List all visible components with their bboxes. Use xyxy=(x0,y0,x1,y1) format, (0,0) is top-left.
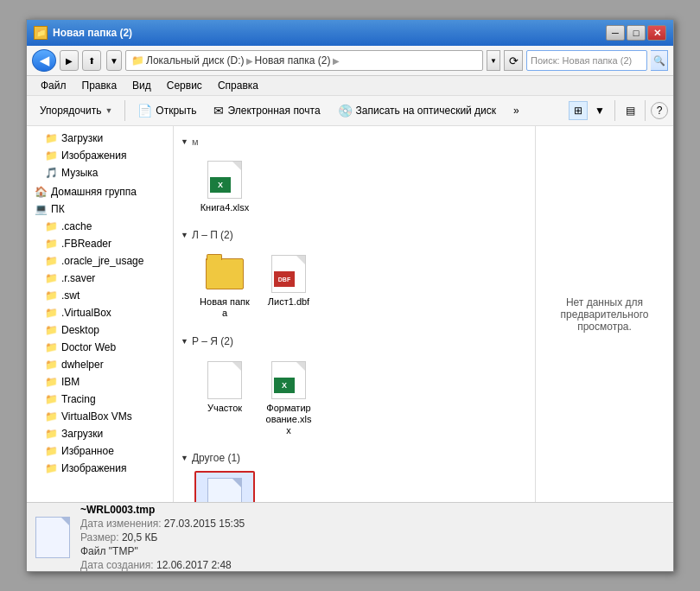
window-icon: 📁 xyxy=(34,26,48,40)
view-details-button[interactable]: ⊞ xyxy=(569,101,588,120)
sidebar-item-muzika[interactable]: 🎵 Музыка xyxy=(27,164,173,181)
menu-service[interactable]: Сервис xyxy=(160,78,209,93)
sidebar-item-virtualbox[interactable]: 📁 .VirtualBox xyxy=(27,304,173,321)
sidebar-item-dwhelper[interactable]: 📁 dwhelper xyxy=(27,356,173,373)
group-label: Л – П (2) xyxy=(192,229,233,241)
group-label: Р – Я (2) xyxy=(192,335,233,347)
sidebar-label: Загрузки xyxy=(61,428,103,440)
file-label: Участок xyxy=(207,403,242,414)
sidebar-label: .r.saver xyxy=(61,272,95,284)
files-grid-rya: Участок X Форматир ование.xlsx xyxy=(181,351,528,449)
folder-icon: 📁 xyxy=(44,271,58,285)
help-button[interactable]: ? xyxy=(651,102,668,119)
back-button[interactable]: ◀ xyxy=(32,49,56,72)
sidebar-item-izbrannoe[interactable]: 📁 Избранное xyxy=(27,442,173,460)
music-icon: 🎵 xyxy=(44,166,58,180)
forward-button[interactable]: ▶ xyxy=(60,50,79,71)
group-label: Другое (1) xyxy=(192,452,240,464)
toolbar: Упорядочить ▼ 📄 Открыть ✉ Электронная по… xyxy=(27,96,673,126)
status-created-row: Дата создания: 12.06.2017 2:48 xyxy=(80,559,245,571)
sidebar-item-tracing[interactable]: 📁 Tracing xyxy=(27,391,173,408)
sidebar-item-desktop[interactable]: 📁 Desktop xyxy=(27,321,173,339)
sidebar-item-doctorweb[interactable]: 📁 Doctor Web xyxy=(27,339,173,356)
file-list1dbf[interactable]: DBF Лист1.dbf xyxy=(258,248,319,324)
up-button[interactable]: ⬆ xyxy=(82,50,101,71)
search-box[interactable]: Поиск: Новая папка (2) xyxy=(526,50,647,71)
file-icon-wrap: DBF xyxy=(268,253,309,295)
sidebar-item-izobrajeniya[interactable]: 📁 Изображения xyxy=(27,460,173,477)
email-icon: ✉ xyxy=(213,104,224,118)
status-filename: ~WRL0003.tmp xyxy=(80,504,245,516)
open-button[interactable]: 📄 Открыть xyxy=(130,98,204,123)
sidebar-label: ПК xyxy=(51,203,65,215)
search-placeholder: Поиск: Новая папка (2) xyxy=(531,55,632,66)
sidebar-item-rsaver[interactable]: 📁 .r.saver xyxy=(27,270,173,287)
address-input[interactable]: 📁 Локальный диск (D:) ▶ Новая папка (2) … xyxy=(125,50,483,71)
group-rya: ▼ Р – Я (2) xyxy=(181,332,528,351)
file-label: Книга4.xlsx xyxy=(200,202,250,213)
email-button[interactable]: ✉ Электронная почта xyxy=(206,98,328,123)
recent-button[interactable]: ▼ xyxy=(106,50,122,71)
menu-file[interactable]: Файл xyxy=(34,78,73,93)
folder-icon: 📁 xyxy=(44,237,58,251)
close-button[interactable]: ✕ xyxy=(647,25,666,41)
sidebar-item-fbreader[interactable]: 📁 .FBReader xyxy=(27,235,173,252)
open-icon: 📄 xyxy=(137,104,152,118)
sidebar-item-zagruzki-top[interactable]: 📁 Загрузки xyxy=(27,130,173,147)
file-uchastok[interactable]: Участок xyxy=(194,354,255,442)
files-grid-m: X Книга4.xlsx xyxy=(181,150,528,226)
minimize-button[interactable]: ─ xyxy=(606,25,625,41)
more-button[interactable]: » xyxy=(506,98,527,123)
dbf-icon: DBF xyxy=(271,255,306,293)
computer-icon: 💻 xyxy=(34,202,48,216)
menu-edit[interactable]: Правка xyxy=(75,78,124,93)
toolbar-sep2 xyxy=(614,100,615,121)
burn-button[interactable]: 💿 Записать на оптический диск xyxy=(330,98,505,123)
sidebar-label: Изображения xyxy=(61,462,126,474)
organize-button[interactable]: Упорядочить ▼ xyxy=(32,98,120,123)
preview-panel: Нет данных для предварительного просмотр… xyxy=(535,126,673,502)
sidebar-item-zagruzki2[interactable]: 📁 Загрузки xyxy=(27,425,173,442)
status-size-row: Размер: 20,5 КБ xyxy=(80,531,245,543)
sidebar-item-swt[interactable]: 📁 .swt xyxy=(27,287,173,304)
view-dropdown-icon: ▼ xyxy=(595,105,605,117)
content-area[interactable]: ▼ м X Книга4.xlsx ▼ Л – П (2) xyxy=(174,126,535,502)
sidebar-item-pk[interactable]: 💻 ПК xyxy=(27,200,173,218)
folder-icon: 📁 xyxy=(44,219,58,233)
menu-bar: Файл Правка Вид Сервис Справка xyxy=(27,76,673,96)
file-formatirovanie[interactable]: X Форматир ование.xlsx xyxy=(258,354,319,442)
status-bar: ~WRL0003.tmp Дата изменения: 27.03.2015 … xyxy=(27,502,673,571)
file-novaya-papka[interactable]: Новая папка xyxy=(194,248,255,324)
view-dropdown-button[interactable]: ▼ xyxy=(590,101,609,120)
main-window: 📁 Новая папка (2) ─ □ ✕ ◀ ▶ ⬆ ▼ 📁 Локаль… xyxy=(26,19,674,572)
sidebar-item-cache[interactable]: 📁 .cache xyxy=(27,218,173,235)
file-kniga4[interactable]: X Книга4.xlsx xyxy=(194,154,255,219)
sidebar-item-oracle[interactable]: 📁 .oracle_jre_usage xyxy=(27,252,173,270)
search-button[interactable]: 🔍 xyxy=(651,50,668,71)
folder-icon: 📁 xyxy=(44,131,58,145)
file-icon-wrap: X xyxy=(204,159,245,200)
menu-help[interactable]: Справка xyxy=(211,78,265,93)
folder-icon: 📁 xyxy=(44,461,58,475)
folder-icon: 📁 xyxy=(44,358,58,372)
status-info: ~WRL0003.tmp Дата изменения: 27.03.2015 … xyxy=(80,504,245,571)
files-grid-lp: Новая папка DBF Лист1.dbf xyxy=(181,245,528,331)
sidebar-item-vboxvms[interactable]: 📁 VirtualBox VMs xyxy=(27,408,173,425)
preview-pane-button[interactable]: ▤ xyxy=(620,101,640,120)
status-created-value: 12.06.2017 2:48 xyxy=(156,559,232,571)
address-dropdown[interactable]: ▼ xyxy=(487,50,500,71)
breadcrumb-sep2: ▶ xyxy=(333,56,340,66)
file-wrl0003[interactable]: ~WRL0003.tmp xyxy=(194,471,255,502)
sidebar-item-ibm[interactable]: 📁 IBM xyxy=(27,373,173,391)
menu-view[interactable]: Вид xyxy=(125,78,158,93)
refresh-button[interactable]: ⟳ xyxy=(504,50,523,71)
sidebar-item-domgroup[interactable]: 🏠 Домашняя группа xyxy=(27,183,173,200)
maximize-button[interactable]: □ xyxy=(627,25,646,41)
group-drugoe: ▼ Другое (1) xyxy=(181,448,528,467)
group-lp: ▼ Л – П (2) xyxy=(181,226,528,245)
sidebar-item-izobrazheniya-top[interactable]: 📁 Изображения xyxy=(27,147,173,164)
breadcrumb-sep1: ▶ xyxy=(246,56,253,66)
file-label: Новая папка xyxy=(200,296,250,319)
group-triangle: ▼ xyxy=(181,454,188,462)
status-modified-value: 27.03.2015 15:35 xyxy=(164,518,245,530)
